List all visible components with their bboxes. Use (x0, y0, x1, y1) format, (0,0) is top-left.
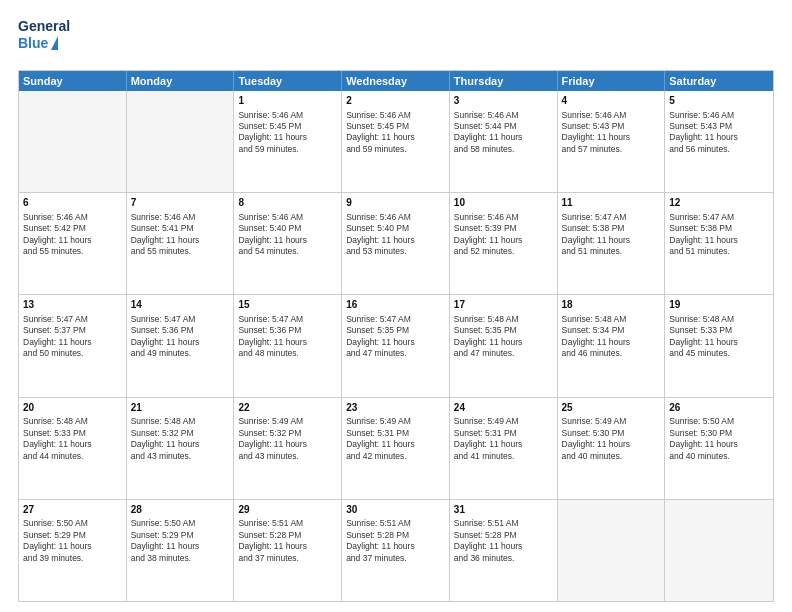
day-info: Sunrise: 5:49 AM (346, 416, 445, 427)
day-info: Sunset: 5:35 PM (454, 325, 553, 336)
day-info: Sunset: 5:45 PM (238, 121, 337, 132)
calendar-cell (19, 91, 127, 192)
day-info: Sunrise: 5:49 AM (454, 416, 553, 427)
day-number: 18 (562, 298, 661, 312)
calendar-week: 20Sunrise: 5:48 AMSunset: 5:33 PMDayligh… (19, 397, 773, 499)
day-info: and 36 minutes. (454, 553, 553, 564)
day-number: 29 (238, 503, 337, 517)
day-info: Sunrise: 5:46 AM (669, 110, 769, 121)
day-number: 13 (23, 298, 122, 312)
day-info: Daylight: 11 hours (562, 235, 661, 246)
day-info: Daylight: 11 hours (669, 439, 769, 450)
calendar-cell: 4Sunrise: 5:46 AMSunset: 5:43 PMDaylight… (558, 91, 666, 192)
calendar-week: 1Sunrise: 5:46 AMSunset: 5:45 PMDaylight… (19, 91, 773, 192)
day-info: Sunset: 5:37 PM (23, 325, 122, 336)
calendar-cell: 19Sunrise: 5:48 AMSunset: 5:33 PMDayligh… (665, 295, 773, 396)
day-info: Sunset: 5:39 PM (454, 223, 553, 234)
calendar-cell: 5Sunrise: 5:46 AMSunset: 5:43 PMDaylight… (665, 91, 773, 192)
day-number: 2 (346, 94, 445, 108)
day-info: Sunrise: 5:46 AM (238, 110, 337, 121)
day-info: Sunset: 5:31 PM (454, 428, 553, 439)
day-info: and 44 minutes. (23, 451, 122, 462)
day-number: 20 (23, 401, 122, 415)
calendar-cell (127, 91, 235, 192)
day-info: Daylight: 11 hours (454, 541, 553, 552)
day-info: Sunrise: 5:48 AM (562, 314, 661, 325)
day-number: 14 (131, 298, 230, 312)
page: General Blue SundayMondayTuesdayWednesda… (0, 0, 792, 612)
header-day: Friday (558, 71, 666, 91)
day-info: and 38 minutes. (131, 553, 230, 564)
day-info: Daylight: 11 hours (562, 439, 661, 450)
day-info: Sunrise: 5:47 AM (346, 314, 445, 325)
day-info: Sunrise: 5:46 AM (131, 212, 230, 223)
day-info: Sunrise: 5:46 AM (238, 212, 337, 223)
day-info: Daylight: 11 hours (669, 337, 769, 348)
day-info: Sunset: 5:30 PM (669, 428, 769, 439)
day-info: and 55 minutes. (131, 246, 230, 257)
day-info: Daylight: 11 hours (562, 337, 661, 348)
day-info: Sunrise: 5:51 AM (238, 518, 337, 529)
calendar-cell: 16Sunrise: 5:47 AMSunset: 5:35 PMDayligh… (342, 295, 450, 396)
header-day: Saturday (665, 71, 773, 91)
day-info: Sunset: 5:32 PM (238, 428, 337, 439)
calendar-cell: 25Sunrise: 5:49 AMSunset: 5:30 PMDayligh… (558, 398, 666, 499)
calendar-week: 6Sunrise: 5:46 AMSunset: 5:42 PMDaylight… (19, 192, 773, 294)
day-info: Daylight: 11 hours (23, 235, 122, 246)
day-info: Daylight: 11 hours (238, 439, 337, 450)
day-info: Daylight: 11 hours (454, 235, 553, 246)
day-info: and 37 minutes. (346, 553, 445, 564)
day-info: Daylight: 11 hours (131, 235, 230, 246)
day-info: and 48 minutes. (238, 348, 337, 359)
day-number: 15 (238, 298, 337, 312)
day-info: and 53 minutes. (346, 246, 445, 257)
day-number: 23 (346, 401, 445, 415)
day-number: 11 (562, 196, 661, 210)
day-info: Sunset: 5:31 PM (346, 428, 445, 439)
day-number: 31 (454, 503, 553, 517)
day-info: Daylight: 11 hours (346, 337, 445, 348)
day-info: and 52 minutes. (454, 246, 553, 257)
day-info: Sunset: 5:45 PM (346, 121, 445, 132)
day-info: Sunset: 5:30 PM (562, 428, 661, 439)
day-info: and 56 minutes. (669, 144, 769, 155)
day-info: and 59 minutes. (238, 144, 337, 155)
calendar-cell (558, 500, 666, 601)
day-info: Sunrise: 5:48 AM (669, 314, 769, 325)
day-info: Daylight: 11 hours (346, 132, 445, 143)
day-number: 30 (346, 503, 445, 517)
day-info: and 47 minutes. (454, 348, 553, 359)
day-number: 26 (669, 401, 769, 415)
day-number: 17 (454, 298, 553, 312)
day-info: and 42 minutes. (346, 451, 445, 462)
calendar: SundayMondayTuesdayWednesdayThursdayFrid… (18, 70, 774, 602)
day-info: Sunrise: 5:49 AM (238, 416, 337, 427)
day-info: Sunset: 5:28 PM (238, 530, 337, 541)
day-info: Sunrise: 5:49 AM (562, 416, 661, 427)
day-number: 12 (669, 196, 769, 210)
calendar-cell: 9Sunrise: 5:46 AMSunset: 5:40 PMDaylight… (342, 193, 450, 294)
day-info: and 57 minutes. (562, 144, 661, 155)
day-info: Sunset: 5:41 PM (131, 223, 230, 234)
day-info: Daylight: 11 hours (238, 132, 337, 143)
calendar-cell: 22Sunrise: 5:49 AMSunset: 5:32 PMDayligh… (234, 398, 342, 499)
day-info: Sunset: 5:42 PM (23, 223, 122, 234)
day-number: 27 (23, 503, 122, 517)
day-info: and 51 minutes. (669, 246, 769, 257)
day-info: and 37 minutes. (238, 553, 337, 564)
day-info: Daylight: 11 hours (238, 541, 337, 552)
day-info: Sunrise: 5:47 AM (238, 314, 337, 325)
day-number: 21 (131, 401, 230, 415)
day-info: Sunrise: 5:48 AM (454, 314, 553, 325)
day-info: Sunrise: 5:51 AM (454, 518, 553, 529)
header-day: Sunday (19, 71, 127, 91)
day-info: Sunrise: 5:51 AM (346, 518, 445, 529)
day-info: Sunset: 5:43 PM (562, 121, 661, 132)
day-info: Sunset: 5:28 PM (454, 530, 553, 541)
day-info: Daylight: 11 hours (23, 337, 122, 348)
day-info: Sunrise: 5:46 AM (346, 110, 445, 121)
day-info: Daylight: 11 hours (238, 337, 337, 348)
day-info: Sunset: 5:29 PM (23, 530, 122, 541)
calendar-cell: 12Sunrise: 5:47 AMSunset: 5:38 PMDayligh… (665, 193, 773, 294)
day-info: Sunset: 5:40 PM (238, 223, 337, 234)
